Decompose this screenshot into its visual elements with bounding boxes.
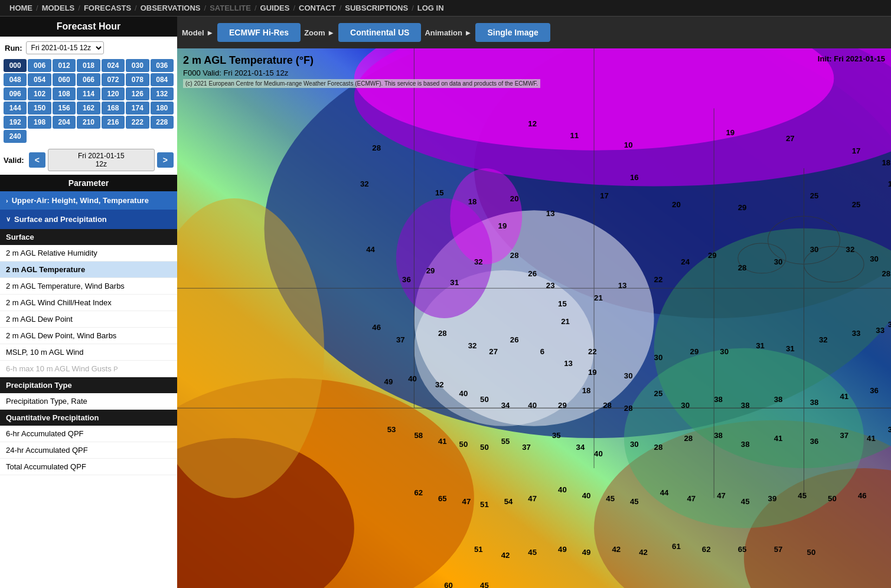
fh-btn-102[interactable]: 102 bbox=[28, 87, 51, 100]
fh-btn-054[interactable]: 054 bbox=[28, 73, 51, 86]
svg-text:32: 32 bbox=[435, 380, 444, 389]
svg-text:19: 19 bbox=[588, 368, 597, 377]
category-surface-precip[interactable]: ∨ Surface and Precipitation bbox=[0, 210, 177, 229]
svg-text:30: 30 bbox=[774, 257, 783, 266]
fh-btn-096[interactable]: 096 bbox=[4, 87, 27, 100]
fh-btn-060[interactable]: 060 bbox=[53, 73, 76, 86]
fh-btn-048[interactable]: 048 bbox=[4, 73, 27, 86]
svg-text:30: 30 bbox=[720, 347, 729, 356]
fh-btn-156[interactable]: 156 bbox=[53, 102, 76, 115]
nav-guides[interactable]: GUIDES bbox=[257, 4, 293, 12]
svg-text:58: 58 bbox=[414, 431, 423, 440]
fh-btn-012[interactable]: 012 bbox=[53, 59, 76, 72]
valid-prev-button[interactable]: < bbox=[29, 152, 45, 168]
fh-btn-222[interactable]: 222 bbox=[126, 116, 149, 129]
svg-text:21: 21 bbox=[561, 317, 570, 326]
svg-text:40: 40 bbox=[459, 389, 468, 398]
run-row: Run: Fri 2021-01-15 12z bbox=[0, 37, 177, 57]
nav-models[interactable]: MODELS bbox=[38, 4, 79, 12]
nav-home[interactable]: HOME bbox=[6, 4, 36, 12]
fh-btn-228[interactable]: 228 bbox=[151, 116, 174, 129]
fh-btn-174[interactable]: 174 bbox=[126, 102, 149, 115]
svg-text:25: 25 bbox=[810, 191, 819, 200]
nav-forecasts[interactable]: FORECASTS bbox=[80, 4, 135, 12]
fh-btn-108[interactable]: 108 bbox=[53, 87, 76, 100]
quant-precip-param-item[interactable]: Total Accumulated QPF bbox=[0, 459, 177, 475]
svg-text:31: 31 bbox=[786, 344, 795, 353]
model-button[interactable]: ECMWF Hi-Res bbox=[217, 23, 301, 42]
svg-point-12 bbox=[450, 168, 522, 264]
svg-text:62: 62 bbox=[414, 488, 423, 497]
zoom-label: Zoom ► bbox=[304, 28, 335, 37]
fh-btn-030[interactable]: 030 bbox=[126, 59, 149, 72]
svg-text:34: 34 bbox=[501, 401, 510, 410]
precip-type-param-item[interactable]: Precipitation Type, Rate bbox=[0, 393, 177, 410]
fh-btn-192[interactable]: 192 bbox=[4, 116, 27, 129]
nav-login[interactable]: LOG IN bbox=[414, 4, 448, 12]
surface-param-item[interactable]: 2 m AGL Dew Point, Wind Barbs bbox=[0, 328, 177, 344]
svg-text:15: 15 bbox=[435, 188, 444, 197]
svg-text:50: 50 bbox=[828, 494, 837, 503]
surface-param-item[interactable]: 2 m AGL Dew Point bbox=[0, 311, 177, 328]
svg-text:19: 19 bbox=[888, 179, 891, 188]
fh-btn-168[interactable]: 168 bbox=[102, 102, 125, 115]
surface-param-item[interactable]: 2 m AGL Relative Humidity bbox=[0, 245, 177, 262]
valid-next-button[interactable]: > bbox=[157, 152, 174, 168]
svg-text:18: 18 bbox=[468, 197, 477, 206]
fh-btn-006[interactable]: 006 bbox=[28, 59, 51, 72]
svg-text:33: 33 bbox=[852, 329, 861, 338]
fh-btn-036[interactable]: 036 bbox=[151, 59, 174, 72]
fh-btn-198[interactable]: 198 bbox=[28, 116, 51, 129]
nav-subscriptions[interactable]: SUBSCRIPTIONS bbox=[341, 4, 412, 12]
fh-btn-150[interactable]: 150 bbox=[28, 102, 51, 115]
surface-param-item[interactable]: MSLP, 10 m AGL Wind bbox=[0, 344, 177, 361]
svg-text:25: 25 bbox=[852, 200, 861, 209]
svg-text:30: 30 bbox=[810, 245, 819, 254]
fh-btn-144[interactable]: 144 bbox=[4, 102, 27, 115]
svg-text:15: 15 bbox=[558, 299, 567, 308]
quant-precip-param-item[interactable]: 24-hr Accumulated QPF bbox=[0, 442, 177, 459]
fh-btn-072[interactable]: 072 bbox=[102, 73, 125, 86]
forecast-hour-header: Forecast Hour bbox=[0, 17, 177, 37]
svg-text:36: 36 bbox=[402, 275, 411, 284]
quant-precip-param-item[interactable]: 6-hr Accumulated QPF bbox=[0, 426, 177, 442]
surface-param-item[interactable]: 2 m AGL Temperature, Wind Barbs bbox=[0, 278, 177, 295]
fh-btn-126[interactable]: 126 bbox=[126, 87, 149, 100]
fh-btn-240[interactable]: 240 bbox=[4, 130, 27, 143]
svg-text:35: 35 bbox=[552, 431, 561, 440]
fh-btn-114[interactable]: 114 bbox=[77, 87, 100, 100]
nav-contact[interactable]: CONTACT bbox=[295, 4, 340, 12]
fh-btn-024[interactable]: 024 bbox=[102, 59, 125, 72]
fh-btn-018[interactable]: 018 bbox=[77, 59, 100, 72]
fh-btn-180[interactable]: 180 bbox=[151, 102, 174, 115]
valid-display: Fri 2021-01-1512z bbox=[48, 149, 155, 171]
nav-satellite[interactable]: SATELLITE bbox=[206, 4, 254, 12]
category-upper-air[interactable]: › Upper-Air: Height, Wind, Temperature bbox=[0, 191, 177, 210]
fh-btn-132[interactable]: 132 bbox=[151, 87, 174, 100]
svg-text:60: 60 bbox=[444, 581, 453, 588]
surface-param-item[interactable]: 2 m AGL Wind Chill/Heat Index bbox=[0, 295, 177, 311]
fh-btn-162[interactable]: 162 bbox=[77, 102, 100, 115]
fh-btn-120[interactable]: 120 bbox=[102, 87, 125, 100]
fh-btn-084[interactable]: 084 bbox=[151, 73, 174, 86]
zoom-button[interactable]: Continental US bbox=[338, 23, 421, 42]
svg-text:11: 11 bbox=[570, 131, 579, 140]
fh-btn-210[interactable]: 210 bbox=[77, 116, 100, 129]
animation-label: Animation ► bbox=[425, 28, 472, 37]
animation-button[interactable]: Single Image bbox=[475, 23, 550, 42]
quant-precip-group-header: Quantitative Precipitation bbox=[0, 410, 177, 426]
svg-text:22: 22 bbox=[654, 275, 663, 284]
fh-btn-000[interactable]: 000 bbox=[4, 59, 27, 72]
fh-btn-204[interactable]: 204 bbox=[53, 116, 76, 129]
svg-text:51: 51 bbox=[480, 500, 489, 509]
svg-text:38: 38 bbox=[888, 425, 891, 434]
svg-text:29: 29 bbox=[690, 347, 699, 356]
svg-text:19: 19 bbox=[726, 128, 735, 137]
surface-param-item[interactable]: 2 m AGL Temperature bbox=[0, 262, 177, 278]
nav-observations[interactable]: OBSERVATIONS bbox=[137, 4, 204, 12]
fh-btn-216[interactable]: 216 bbox=[102, 116, 125, 129]
fh-btn-066[interactable]: 066 bbox=[77, 73, 100, 86]
fh-btn-078[interactable]: 078 bbox=[126, 73, 149, 86]
run-select[interactable]: Fri 2021-01-15 12z bbox=[26, 41, 104, 54]
svg-text:13: 13 bbox=[564, 359, 573, 368]
